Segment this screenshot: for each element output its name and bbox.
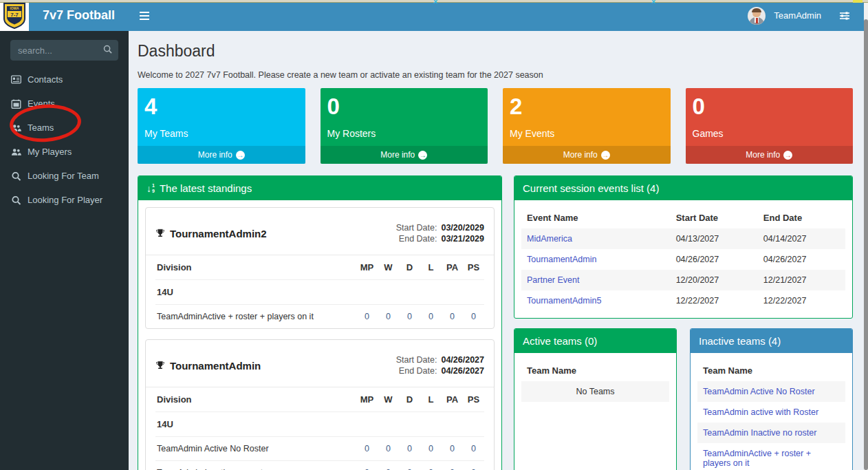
sidebar-item-looking-for-player[interactable]: Looking For Player <box>0 188 129 212</box>
sidebar-item-looking-for-team[interactable]: Looking For Team <box>0 164 129 188</box>
my-teams-count: 4 <box>144 94 299 120</box>
inactive-teams-table: Team Name TeamAdmin Active No Roster Tea… <box>697 360 845 470</box>
team-link[interactable]: TeamAdminActive + roster + players on it <box>703 449 811 468</box>
inactive-teams-panel: Inactive teams (4) Team Name TeamAdmin A… <box>690 328 853 470</box>
sidebar-item-label: Looking For Team <box>28 171 99 181</box>
sidebar-item-label: Events <box>28 98 55 109</box>
standings-title: The latest standings <box>160 182 252 194</box>
active-teams-table: Team Name No Teams <box>521 360 669 402</box>
sidebar-item-label: Looking For Player <box>28 195 102 205</box>
event-row: MidAmerica 04/13/2027 04/14/2027 <box>521 228 845 249</box>
info-box-row: 4 My Teams More info→ 0 My Rosters More … <box>138 88 853 164</box>
event-row: TournamentAdmin 04/26/2027 04/26/2027 <box>521 249 845 270</box>
active-teams-header: Active teams (0) <box>514 329 676 353</box>
events-panel-title: Current session events list (4) <box>523 182 659 194</box>
division-group-row: 14U <box>155 280 484 305</box>
team-link[interactable]: TeamAdmin active with Roster <box>703 407 818 417</box>
trophy-icon <box>155 361 165 370</box>
standings-table: Division MP W D L PA PS <box>155 387 484 470</box>
top-navbar: TeamAdmin <box>129 0 868 31</box>
standings-row: TeamAdmin Active No Roster 0 0 0 0 0 0 <box>155 437 484 461</box>
standings-row: TeamAdmin Inactive no roster 0 0 0 0 0 0 <box>155 461 484 470</box>
club-logo: IOWA 7-7 <box>0 0 29 31</box>
sidebar-item-teams[interactable]: Teams <box>0 116 129 140</box>
search-icon <box>11 171 21 181</box>
arrow-circle-right-icon: → <box>601 151 610 160</box>
event-link[interactable]: TournamentAdmin5 <box>527 296 601 306</box>
my-events-more-info-link[interactable]: More info→ <box>503 146 671 164</box>
my-events-label: My Events <box>510 128 664 139</box>
events-panel: Current session events list (4) Event Na… <box>514 175 853 319</box>
my-rosters-more-info-link[interactable]: More info→ <box>321 146 488 164</box>
standings-table: Division MP W D L PA PS <box>155 255 484 328</box>
vertical-scrollbar[interactable] <box>864 0 868 470</box>
search-icon <box>103 45 112 54</box>
users-icon <box>11 124 21 132</box>
selection-handle-icon: × <box>433 0 437 6</box>
sidebar: IOWA 7-7 7v7 Football <box>0 0 129 470</box>
scrollbar-thumb[interactable] <box>864 19 868 470</box>
info-box-my-teams: 4 My Teams More info→ <box>138 88 305 164</box>
brand-title: 7v7 Football <box>29 8 129 23</box>
sidebar-item-label: Teams <box>28 122 54 133</box>
main-content: Dashboard Welcome to 2027 7v7 Football. … <box>129 31 868 470</box>
event-link[interactable]: TournamentAdmin <box>527 255 596 264</box>
tournament-name: TournamentAdmin <box>170 360 261 372</box>
active-teams-title: Active teams (0) <box>523 335 597 347</box>
control-sidebar-toggle-icon[interactable] <box>839 11 850 21</box>
search-icon <box>11 195 21 205</box>
team-link[interactable]: TeamAdmin Active No Roster <box>703 387 815 396</box>
sidebar-nav: Contacts Events Teams <box>0 67 129 212</box>
sidebar-item-events[interactable]: Events <box>0 92 129 116</box>
my-teams-more-info-link[interactable]: More info→ <box>138 146 305 164</box>
team-link[interactable]: TeamAdmin Inactive no roster <box>703 428 816 438</box>
inactive-teams-header: Inactive teams (4) <box>691 329 852 353</box>
search-button[interactable] <box>99 43 116 58</box>
calendar-icon <box>11 99 21 109</box>
team-row: TeamAdminActive + roster + players on it <box>697 443 845 470</box>
tournament-dates: Start Date:04/26/2027 End Date:04/26/202… <box>396 354 484 377</box>
inactive-teams-title: Inactive teams (4) <box>699 335 781 347</box>
sidebar-item-label: My Players <box>28 147 72 157</box>
svg-text:7-7: 7-7 <box>10 11 19 17</box>
page-title: Dashboard <box>138 42 853 61</box>
col-division: Division <box>155 255 356 280</box>
my-teams-label: My Teams <box>144 128 299 139</box>
team-name: TeamAdmin Active No Roster <box>155 437 356 461</box>
games-label: Games <box>693 128 847 139</box>
events-table: Event Name Start Date End Date MidAmeric… <box>521 207 845 311</box>
my-rosters-count: 0 <box>327 94 481 120</box>
artifact-corner <box>853 0 862 3</box>
standings-panel-header: ↓19 The latest standings <box>138 176 501 200</box>
games-more-info-link[interactable]: More info→ <box>686 146 854 164</box>
team-name: TeamAdmin Inactive no roster <box>155 461 356 470</box>
games-count: 0 <box>693 94 847 120</box>
standings-panel: ↓19 The latest standings <box>138 175 502 470</box>
info-box-games: 0 Games More info→ <box>686 88 854 164</box>
user-avatar[interactable] <box>748 7 766 25</box>
arrow-circle-right-icon: → <box>783 151 792 160</box>
my-events-count: 2 <box>510 94 664 120</box>
tournament-name: TournamentAdmin2 <box>170 228 267 239</box>
sidebar-toggle-button[interactable] <box>140 6 160 26</box>
division-group-row: 14U <box>155 412 484 437</box>
event-link[interactable]: MidAmerica <box>527 234 572 244</box>
my-rosters-label: My Rosters <box>327 128 481 139</box>
tournament-dates: Start Date:03/20/2029 End Date:03/21/202… <box>396 222 484 245</box>
screenshot-artifact-strip: × × <box>0 0 868 3</box>
standings-row: TeamAdminActive + roster + players on it… <box>155 305 484 329</box>
selection-handle-icon: × <box>651 0 655 6</box>
events-panel-header: Current session events list (4) <box>514 176 852 200</box>
active-teams-panel: Active teams (0) Team Name No Teams <box>514 328 677 470</box>
standings-card: TournamentAdmin2 Start Date:03/20/2029 E… <box>145 207 495 329</box>
info-box-my-rosters: 0 My Rosters More info→ <box>321 88 488 164</box>
brand-header[interactable]: IOWA 7-7 7v7 Football <box>0 0 129 31</box>
team-row: TeamAdmin active with Roster <box>697 402 845 423</box>
users-icon <box>11 148 21 156</box>
user-menu[interactable]: TeamAdmin <box>774 10 821 21</box>
sidebar-item-my-players[interactable]: My Players <box>0 140 129 164</box>
sidebar-item-contacts[interactable]: Contacts <box>0 67 129 92</box>
team-row: TeamAdmin Active No Roster <box>697 381 845 402</box>
event-link[interactable]: Partner Event <box>527 275 579 285</box>
sort-numeric-icon: ↓19 <box>147 183 155 193</box>
